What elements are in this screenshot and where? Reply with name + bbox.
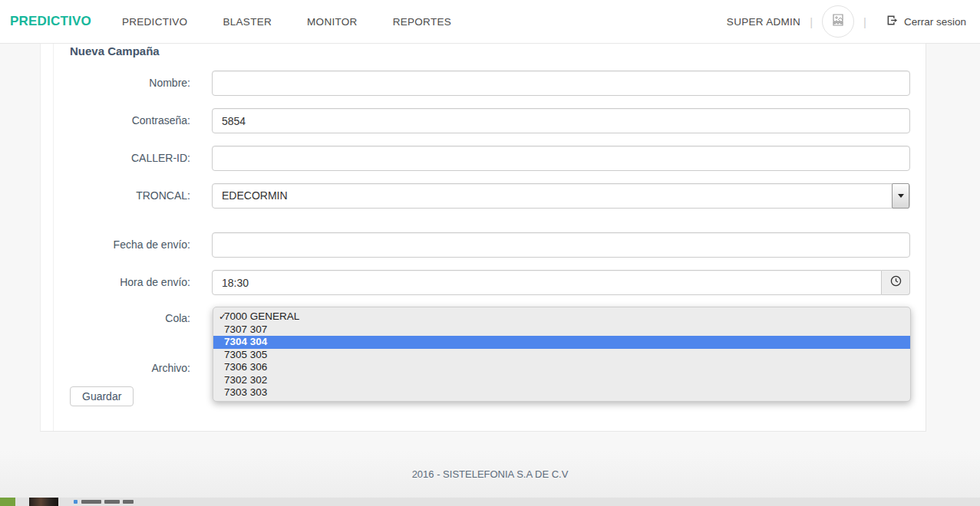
cola-option[interactable]: ✓ 7000 GENERAL bbox=[213, 310, 910, 324]
sliver-text-fragment bbox=[123, 500, 134, 504]
sliver-photo-fragment bbox=[29, 498, 58, 506]
fecha-envio-label: Fecha de envío: bbox=[41, 232, 190, 258]
contrasena-input[interactable] bbox=[212, 108, 910, 133]
nav-item-monitor[interactable]: MONITOR bbox=[307, 16, 358, 28]
cola-option-highlighted[interactable]: 7304 304 bbox=[213, 336, 910, 349]
separator: | bbox=[810, 15, 813, 28]
troncal-selected-value: EDECORMIN bbox=[222, 184, 288, 208]
contrasena-label: Contraseña: bbox=[41, 108, 190, 133]
nav-item-blaster[interactable]: BLASTER bbox=[223, 16, 272, 28]
logout-label: Cerrar sesion bbox=[904, 16, 966, 28]
page-body: Nueva Campaña Nombre: Contraseña: CALLER… bbox=[0, 44, 980, 506]
footer-copyright: 2016 - SISTELEFONIA S.A DE C.V bbox=[0, 468, 980, 480]
time-picker-addon[interactable] bbox=[882, 270, 910, 295]
logout-button[interactable]: Cerrar sesion bbox=[886, 15, 966, 29]
nombre-label: Nombre: bbox=[41, 71, 190, 96]
cola-option[interactable]: 7306 306 bbox=[213, 361, 910, 374]
user-name-label: SUPER ADMIN bbox=[727, 16, 800, 28]
broken-image-icon bbox=[830, 12, 846, 31]
avatar bbox=[822, 5, 854, 38]
save-button[interactable]: Guardar bbox=[70, 386, 134, 406]
brand-logo[interactable]: PREDICTIVO bbox=[10, 14, 91, 29]
page-title: Nueva Campaña bbox=[70, 44, 160, 58]
sliver-text-fragment bbox=[81, 500, 101, 504]
chevron-down-icon bbox=[898, 194, 904, 198]
top-navbar: PREDICTIVO PREDICTIVO BLASTER MONITOR RE… bbox=[0, 0, 980, 44]
sliver-text-fragment bbox=[74, 500, 78, 504]
fecha-envio-input[interactable] bbox=[212, 232, 910, 258]
cola-option[interactable]: 7305 305 bbox=[213, 349, 910, 362]
sliver-green-block bbox=[0, 498, 15, 506]
nav-item-reportes[interactable]: REPORTES bbox=[393, 16, 451, 28]
sliver-text-fragment bbox=[104, 500, 120, 504]
nombre-input[interactable] bbox=[212, 71, 910, 96]
troncal-select[interactable]: EDECORMIN bbox=[212, 183, 910, 209]
cola-option[interactable]: 7302 302 bbox=[213, 374, 910, 387]
sign-out-icon bbox=[886, 15, 898, 29]
clock-icon bbox=[890, 275, 902, 290]
hora-envio-label: Hora de envío: bbox=[41, 270, 190, 295]
main-nav: PREDICTIVO BLASTER MONITOR REPORTES bbox=[122, 16, 451, 28]
check-icon: ✓ bbox=[213, 310, 224, 324]
header-user-area: SUPER ADMIN | | Cerrar sesion bbox=[727, 5, 966, 38]
cola-option[interactable]: 7307 307 bbox=[213, 324, 910, 337]
background-window-sliver bbox=[0, 498, 980, 506]
separator: | bbox=[863, 15, 866, 28]
select-dropdown-button[interactable] bbox=[892, 183, 909, 209]
new-campaign-panel: Nueva Campaña Nombre: Contraseña: CALLER… bbox=[40, 44, 926, 432]
archivo-label: Archivo: bbox=[41, 356, 190, 381]
nav-item-predictivo[interactable]: PREDICTIVO bbox=[122, 16, 188, 28]
troncal-label: TRONCAL: bbox=[41, 183, 190, 209]
cola-options-popup: ✓ 7000 GENERAL 7307 307 7304 304 7305 30… bbox=[213, 307, 911, 402]
cola-option[interactable]: 7303 303 bbox=[213, 386, 910, 399]
caller-id-label: CALLER-ID: bbox=[41, 146, 190, 171]
cola-label: Cola: bbox=[41, 306, 190, 331]
hora-envio-input[interactable] bbox=[212, 270, 882, 295]
caller-id-input[interactable] bbox=[212, 146, 910, 171]
